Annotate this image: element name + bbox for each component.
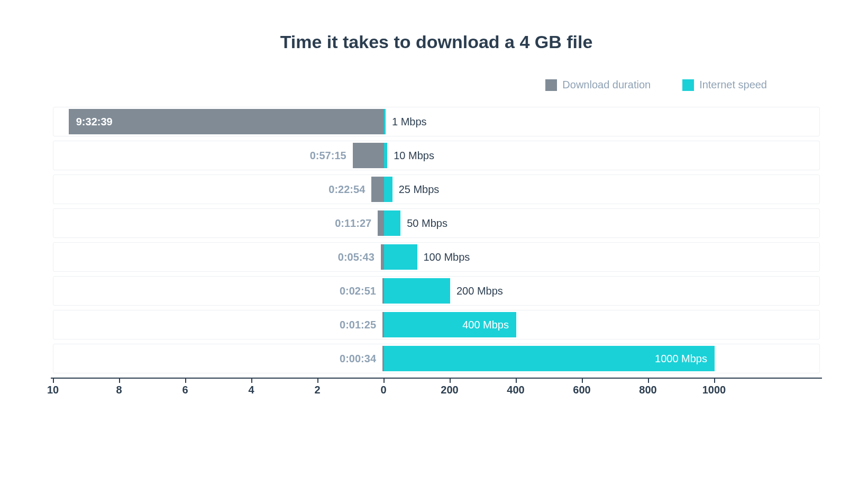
label-duration: 0:02:51 [340, 285, 376, 297]
axis-tick-label: 1000 [702, 384, 726, 396]
label-speed: 400 Mbps [462, 319, 509, 331]
label-duration: 0:00:34 [340, 353, 376, 365]
label-speed: 100 Mbps [424, 251, 470, 263]
label-duration: 0:11:27 [335, 217, 371, 230]
axis-tick-label: 800 [639, 384, 656, 396]
bar-speed [384, 278, 450, 304]
axis-tick-label: 0 [380, 384, 386, 396]
chart-row: 0:02:51200 Mbps [53, 276, 820, 306]
plot-area: 9:32:391 Mbps0:57:1510 Mbps0:22:5425 Mbp… [53, 107, 820, 373]
chart-row: 9:32:391 Mbps [53, 107, 820, 136]
bar-speed: 1000 Mbps [384, 346, 715, 371]
axis-tick-label: 2 [314, 384, 320, 396]
label-duration: 0:22:54 [328, 184, 365, 196]
axis-tick [185, 379, 186, 383]
bar-speed [384, 109, 386, 134]
bar-speed [384, 143, 387, 168]
axis-tick-label: 4 [248, 384, 254, 396]
legend-item-duration: Download duration [545, 79, 651, 91]
legend: Download duration Internet speed [53, 79, 820, 91]
legend-label-duration: Download duration [562, 79, 651, 91]
axis-tick [450, 379, 451, 383]
axis-tick-label: 600 [573, 384, 590, 396]
label-speed: 1 Mbps [392, 116, 427, 128]
label-duration: 9:32:39 [76, 116, 113, 128]
bar-speed: 400 Mbps [384, 312, 516, 337]
axis-tick-label: 200 [441, 384, 458, 396]
chart-row: 0:00:341000 Mbps [53, 344, 820, 373]
axis-tick [251, 379, 252, 383]
axis-tick [516, 379, 517, 383]
bar-duration [378, 210, 384, 236]
chart-row: 0:01:25400 Mbps [53, 310, 820, 340]
label-speed: 200 Mbps [456, 285, 503, 297]
axis-tick [53, 379, 54, 383]
chart-row: 0:05:43100 Mbps [53, 242, 820, 272]
legend-swatch-duration [545, 79, 557, 91]
axis-tick [648, 379, 649, 383]
label-speed: 25 Mbps [399, 184, 440, 196]
label-duration: 0:57:15 [310, 150, 346, 162]
axis-tick [714, 379, 715, 383]
bar-duration [371, 177, 384, 202]
legend-label-speed: Internet speed [699, 79, 767, 91]
chart-title: Time it takes to download a 4 GB file [53, 32, 820, 52]
legend-item-speed: Internet speed [682, 79, 767, 91]
axis-tick-label: 400 [507, 384, 524, 396]
axis-tick [582, 379, 583, 383]
bar-duration [353, 143, 384, 168]
axis-tick-label: 6 [182, 384, 188, 396]
axis-tick [119, 379, 120, 383]
chart-row: 0:11:2750 Mbps [53, 208, 820, 238]
legend-swatch-speed [682, 79, 694, 91]
label-speed: 1000 Mbps [655, 353, 707, 365]
axis-tick [383, 379, 385, 383]
label-duration: 0:05:43 [338, 251, 374, 263]
chart-row: 0:57:1510 Mbps [53, 141, 820, 170]
label-duration: 0:01:25 [340, 319, 376, 331]
label-speed: 50 Mbps [407, 217, 447, 230]
chart-row: 0:22:5425 Mbps [53, 175, 820, 204]
axis-tick-label: 10 [47, 384, 59, 396]
x-axis: 10864202004006008001000 [53, 378, 820, 399]
bar-duration: 9:32:39 [69, 109, 384, 134]
bar-speed [384, 244, 417, 270]
axis-line [51, 378, 822, 379]
chart-container: Time it takes to download a 4 GB file Do… [53, 32, 820, 399]
label-speed: 10 Mbps [394, 150, 434, 162]
axis-tick-label: 8 [116, 384, 122, 396]
bar-speed [384, 177, 392, 202]
bar-speed [384, 210, 400, 236]
axis-tick [317, 379, 318, 383]
